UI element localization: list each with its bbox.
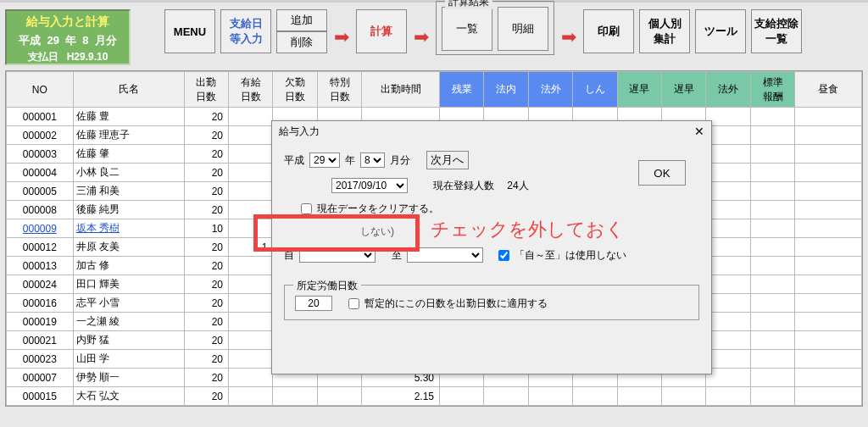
- arrow-icon: ➡: [559, 26, 578, 48]
- tool-button[interactable]: ツール: [695, 9, 746, 53]
- list-button[interactable]: 一覧: [442, 7, 492, 51]
- from-select[interactable]: [299, 247, 376, 263]
- shikyu-kojo-button[interactable]: 支給控除 一覧: [751, 9, 802, 53]
- disable-range-checkbox[interactable]: [498, 250, 509, 261]
- add-button[interactable]: 追加: [276, 9, 327, 31]
- column-header[interactable]: 出勤 日数: [184, 72, 228, 108]
- shikyu-button[interactable]: 支給日 等入力: [220, 9, 271, 53]
- print-button[interactable]: 印刷: [583, 9, 634, 53]
- menu-button[interactable]: MENU: [164, 9, 215, 53]
- column-header[interactable]: 標準 報酬: [750, 72, 794, 108]
- next-month-button[interactable]: 次月へ: [426, 151, 469, 169]
- column-header[interactable]: NO: [7, 72, 74, 108]
- annotation-text: チェックを外しておく: [431, 217, 625, 242]
- clear-data-checkbox[interactable]: [301, 203, 312, 214]
- apply-days-checkbox[interactable]: [348, 298, 359, 309]
- result-group: 計算結果 一覧 明細: [436, 1, 554, 55]
- close-icon[interactable]: ✕: [694, 125, 704, 139]
- column-header[interactable]: 法外: [528, 72, 572, 108]
- column-header[interactable]: 残業: [439, 72, 483, 108]
- to-select[interactable]: [407, 247, 483, 263]
- dialog-title: 給与入力: [279, 125, 320, 139]
- column-header[interactable]: しん: [573, 72, 617, 108]
- column-header[interactable]: 有給 日数: [229, 72, 273, 108]
- detail-button[interactable]: 明細: [498, 7, 548, 51]
- column-header[interactable]: 欠勤 日数: [273, 72, 317, 108]
- date-select[interactable]: 2017/09/10: [331, 178, 408, 193]
- column-header[interactable]: 遅早: [617, 72, 661, 108]
- column-header[interactable]: 特別 日数: [317, 72, 361, 108]
- title-text: 給与入力と計算: [10, 14, 125, 30]
- ok-button[interactable]: OK: [638, 160, 686, 186]
- table-row[interactable]: 000015大石 弘文202.15: [7, 387, 862, 406]
- column-header[interactable]: 法内: [484, 72, 528, 108]
- column-header[interactable]: 氏名: [73, 72, 184, 108]
- workdays-fieldset: 所定労働日数 暫定的にこの日数を出勤日数に適用する: [284, 285, 699, 320]
- year-select[interactable]: 29: [309, 152, 340, 168]
- column-header[interactable]: 遅早: [662, 72, 706, 108]
- month-select[interactable]: 8: [360, 152, 385, 168]
- delete-button[interactable]: 削除: [276, 31, 327, 53]
- salary-input-dialog: 給与入力 ✕ 平成 29 年 8 月分 次月へ 2017/09/10 現在登録人…: [271, 120, 712, 374]
- kojin-button[interactable]: 個人別 集計: [639, 9, 690, 53]
- workdays-input[interactable]: [295, 296, 332, 311]
- calc-button[interactable]: 計算: [356, 9, 407, 53]
- column-header[interactable]: 昼食: [795, 72, 862, 108]
- arrow-icon: ➡: [412, 26, 431, 48]
- column-header[interactable]: 出勤時間: [362, 72, 440, 108]
- column-header[interactable]: 法外: [706, 72, 750, 108]
- title-card: 給与入力と計算 平成 29 年 8 月分 支払日 H29.9.10: [5, 9, 131, 65]
- arrow-icon: ➡: [332, 26, 351, 48]
- clear-data-label: 現在データをクリアする。: [317, 202, 439, 216]
